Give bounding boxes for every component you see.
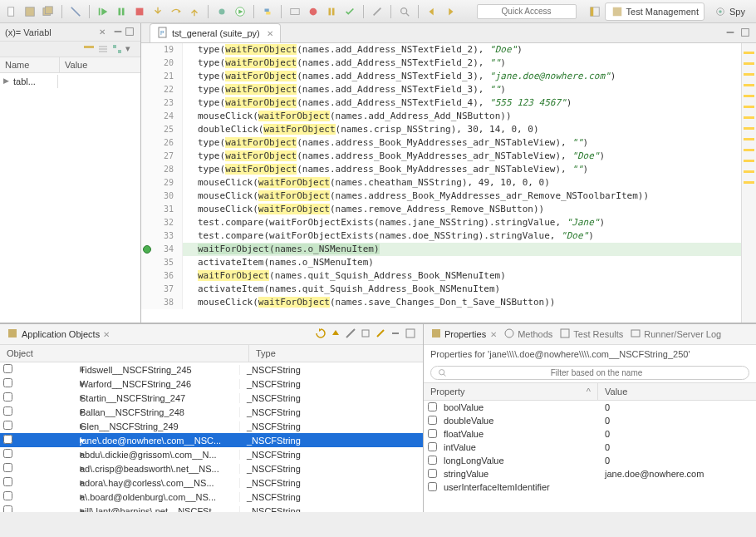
perspective-test-management[interactable]: Test Management [605, 2, 704, 21]
row-checkbox[interactable] [3, 421, 12, 430]
code-line[interactable]: 19type(waitForObject(names.add_Address_N… [141, 43, 741, 57]
tab-test-results[interactable]: Test Results [559, 328, 623, 341]
code-line[interactable]: 20type(waitForObject(names.add_Address_N… [141, 57, 741, 70]
save-all-icon[interactable] [42, 5, 55, 18]
collapse-icon[interactable] [97, 43, 109, 55]
quick-access[interactable] [477, 4, 577, 19]
row-checkbox[interactable] [3, 406, 12, 416]
appobj-row[interactable]: ▶Startin__NSCFString_247_NSCFString [0, 391, 423, 405]
tab-methods[interactable]: Methods [503, 328, 552, 341]
pick-icon[interactable] [345, 328, 356, 341]
code-line[interactable]: 27type(waitForObject(names.address_Book_… [141, 150, 741, 163]
editor-tab[interactable]: P tst_general (suite_py) ✕ [150, 23, 281, 42]
step-into-icon[interactable] [151, 5, 164, 18]
prop-checkbox[interactable] [428, 416, 437, 425]
col-value[interactable]: Value [60, 57, 140, 72]
forward-icon[interactable] [444, 5, 457, 18]
property-row[interactable]: stringValuejane.doe@nowhere.com [424, 467, 756, 480]
maximize-icon[interactable] [124, 26, 135, 39]
minimize-icon[interactable] [724, 27, 736, 40]
close-icon[interactable]: ✕ [99, 27, 106, 37]
col-type[interactable]: Type [249, 345, 423, 362]
record-icon[interactable] [288, 5, 302, 18]
close-tab-icon[interactable]: ✕ [267, 29, 273, 38]
code-line[interactable]: 26type(waitForObject(names.address_Book_… [141, 136, 741, 150]
step-return-icon[interactable] [188, 5, 201, 18]
skip-icon[interactable] [69, 5, 82, 18]
code-line[interactable]: 28type(waitForObject(names.address_Book_… [141, 163, 741, 176]
minimize-icon[interactable] [112, 26, 124, 39]
tab-properties[interactable]: Properties ✕ [430, 328, 497, 341]
property-row[interactable]: longLongValue0 [424, 454, 756, 467]
row-checkbox[interactable] [3, 435, 12, 444]
code-line[interactable]: 32test.compare(waitForObjectExists(names… [141, 216, 741, 229]
code-line[interactable]: 34waitForObject(names.o_NSMenuItem) [141, 243, 741, 256]
code-line[interactable]: 29mouseClick(waitForObject(names.cheatha… [141, 176, 741, 190]
wand-icon[interactable] [371, 5, 384, 18]
close-icon[interactable]: ✕ [490, 330, 497, 339]
code-line[interactable]: 36waitForObject(names.quit_Squish_Addres… [141, 269, 741, 283]
variable-row[interactable]: ▶tabl... [0, 73, 140, 90]
prop-checkbox[interactable] [428, 482, 437, 491]
stop-icon[interactable] [133, 5, 146, 18]
refresh-icon[interactable] [315, 328, 326, 341]
perspective-spy[interactable]: Spy [708, 2, 751, 21]
code-line[interactable]: 30mouseClick(waitForObject(names.address… [141, 190, 741, 203]
maximize-icon[interactable] [739, 27, 751, 40]
code-line[interactable]: 23type(waitForObject(names.add_Address_N… [141, 96, 741, 110]
back-icon[interactable] [425, 5, 439, 18]
appobj-row[interactable]: ▶Tidswell__NSCFString_245_NSCFString [0, 362, 423, 377]
property-row[interactable]: userInterfaceItemIdentifier [424, 480, 756, 494]
col-property[interactable]: Property ^ [424, 383, 598, 400]
tree-icon[interactable] [111, 43, 123, 55]
appobj-row[interactable]: ▶jane\.doe@nowhere\.com__NSC..._NSCFStri… [0, 433, 423, 447]
col-object[interactable]: Object [0, 345, 249, 362]
minimize-icon[interactable] [390, 328, 401, 341]
edit-icon[interactable] [375, 328, 386, 341]
row-checkbox[interactable] [3, 491, 12, 500]
row-checkbox[interactable] [3, 378, 12, 387]
properties-filter[interactable] [430, 366, 749, 380]
maximize-icon[interactable] [405, 328, 416, 341]
property-row[interactable]: boolValue0 [424, 401, 756, 414]
code-line[interactable]: 25doubleClick(waitForObject(names.crisp_… [141, 123, 741, 136]
col-name[interactable]: Name [0, 57, 60, 72]
code-line[interactable]: 24mouseClick(waitForObject(names.add_Add… [141, 110, 741, 123]
prop-checkbox[interactable] [428, 402, 437, 411]
python-icon[interactable] [261, 5, 274, 18]
code-editor[interactable]: 19type(waitForObject(names.add_Address_N… [141, 43, 741, 323]
appobj-row[interactable]: ▶ad\.crisp@beadsworth\.net__NS..._NSCFSt… [0, 461, 423, 475]
tab-runner-log[interactable]: Runner/Server Log [630, 328, 721, 341]
property-row[interactable]: doubleValue0 [424, 414, 756, 427]
verify-icon[interactable] [343, 5, 356, 18]
appobj-row[interactable]: ▶Ballan__NSCFString_248_NSCFString [0, 405, 423, 419]
code-line[interactable]: 35activateItem(names.o_NSMenuItem) [141, 256, 741, 269]
appobj-row[interactable]: ▶Warford__NSCFString_246_NSCFString [0, 377, 423, 391]
filter-input[interactable] [451, 368, 742, 377]
pause-icon[interactable] [115, 5, 128, 18]
appobj-row[interactable]: ▶Glen__NSCFString_249_NSCFString [0, 419, 423, 433]
overview-ruler[interactable] [741, 43, 756, 323]
code-line[interactable]: 37activateItem(names.quit_Squish_Address… [141, 283, 741, 296]
col-value[interactable]: Value [598, 383, 756, 400]
open-perspective-icon[interactable] [588, 5, 601, 18]
prop-checkbox[interactable] [428, 429, 437, 438]
code-line[interactable]: 31mouseClick(waitForObject(names.remove_… [141, 203, 741, 216]
appobj-row[interactable]: ▶abdu\.dickie@grissom\.com__N..._NSCFStr… [0, 447, 423, 461]
save-icon[interactable] [23, 5, 37, 18]
row-checkbox[interactable] [3, 505, 12, 512]
record-red-icon[interactable] [307, 5, 320, 18]
row-checkbox[interactable] [3, 463, 12, 472]
row-checkbox[interactable] [3, 364, 12, 373]
search-icon[interactable] [398, 5, 411, 18]
show-type-icon[interactable] [83, 43, 95, 55]
row-checkbox[interactable] [3, 449, 12, 458]
row-checkbox[interactable] [3, 392, 12, 402]
prop-checkbox[interactable] [428, 442, 437, 451]
new-icon[interactable] [5, 5, 18, 18]
resume-icon[interactable] [96, 5, 110, 18]
bug-icon[interactable] [215, 5, 228, 18]
code-line[interactable]: 21type(waitForObject(names.add_Address_N… [141, 70, 741, 83]
property-row[interactable]: intValue0 [424, 441, 756, 454]
step-over-icon[interactable] [169, 5, 183, 18]
